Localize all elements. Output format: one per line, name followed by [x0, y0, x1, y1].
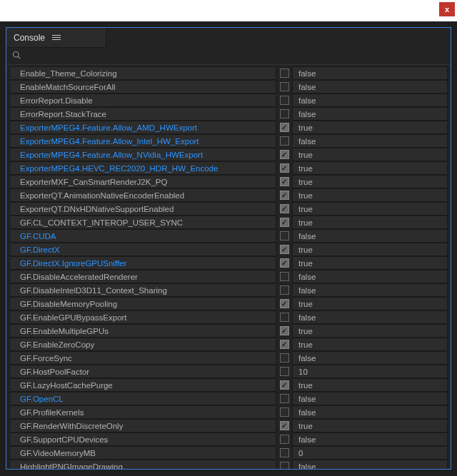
property-value[interactable]: false — [292, 134, 448, 148]
property-name[interactable]: GF.SupportCPUDevices — [9, 432, 276, 446]
property-checkbox[interactable] — [280, 204, 289, 213]
checkbox-cell — [279, 245, 289, 254]
property-name[interactable]: GF.CUDA — [9, 229, 276, 243]
property-name[interactable]: ExporterQT.DNxHDNativeSupportEnabled — [9, 202, 276, 216]
property-value[interactable]: false — [292, 283, 448, 297]
checkbox-cell — [279, 231, 289, 240]
property-checkbox[interactable] — [280, 299, 289, 308]
property-value[interactable]: false — [292, 270, 448, 283]
property-checkbox[interactable] — [280, 136, 289, 146]
property-checkbox[interactable] — [280, 394, 289, 403]
property-name[interactable]: GF.DisableIntelD3D11_Context_Sharing — [9, 283, 276, 297]
property-checkbox[interactable] — [280, 380, 289, 390]
property-checkbox[interactable] — [280, 421, 289, 430]
property-value[interactable]: false — [292, 392, 448, 405]
property-value[interactable]: true — [292, 202, 448, 216]
property-checkbox[interactable] — [280, 218, 289, 227]
property-checkbox[interactable] — [280, 272, 289, 281]
property-name[interactable]: GF.DisableMemoryPooling — [9, 297, 276, 310]
property-value[interactable]: 0 — [292, 446, 448, 460]
property-name[interactable]: GF.EnableZeroCopy — [9, 338, 276, 351]
property-checkbox[interactable] — [280, 109, 289, 118]
property-name[interactable]: GF.RenderWithDiscreteOnly — [9, 419, 276, 432]
property-name[interactable]: GF.DirectX — [9, 243, 276, 256]
property-name[interactable]: ExporterQT.AnimationNativeEncoderEnabled — [9, 188, 276, 202]
property-name[interactable]: ExporterMPEG4.Feature.Allow_Intel_HW_Exp… — [9, 134, 276, 148]
property-name[interactable]: ExporterMPEG4.Feature.Allow_AMD_HWExport — [9, 121, 276, 134]
table-row: GF.OpenCLfalse — [9, 392, 448, 405]
property-name[interactable]: Enable_Theme_Colorizing — [9, 66, 276, 80]
property-value[interactable]: false — [292, 80, 448, 93]
property-name[interactable]: GF.DirectX.IgnoreGPUSniffer — [9, 256, 276, 270]
property-value[interactable]: false — [292, 405, 448, 419]
property-value[interactable]: true — [292, 175, 448, 188]
property-value[interactable]: false — [292, 93, 448, 107]
property-name[interactable]: GF.DisableAcceleratedRenderer — [9, 270, 276, 283]
property-value[interactable]: true — [292, 419, 448, 432]
property-value[interactable]: true — [292, 338, 448, 351]
property-checkbox[interactable] — [280, 462, 289, 469]
property-value[interactable]: true — [292, 216, 448, 229]
property-checkbox[interactable] — [280, 313, 289, 322]
property-checkbox[interactable] — [280, 69, 289, 78]
property-name[interactable]: GF.EnableMultipleGPUs — [9, 324, 276, 338]
property-checkbox[interactable] — [280, 326, 289, 335]
property-checkbox[interactable] — [280, 191, 289, 200]
property-name[interactable]: GF.LazyHostCachePurge — [9, 378, 276, 392]
property-name[interactable]: ExporterMPEG4.HEVC_REC2020_HDR_HW_Encode — [9, 161, 276, 175]
property-value[interactable]: false — [292, 107, 448, 121]
property-value[interactable]: true — [292, 148, 448, 161]
property-name[interactable]: GF.ProfileKernels — [9, 405, 276, 419]
property-name[interactable]: ExporterMXF_CanSmartRenderJ2K_PQ — [9, 175, 276, 188]
property-checkbox[interactable] — [280, 367, 289, 376]
property-value[interactable]: true — [292, 256, 448, 270]
property-value[interactable]: true — [292, 161, 448, 175]
property-checkbox[interactable] — [280, 340, 289, 349]
search-input[interactable] — [25, 51, 445, 61]
property-name[interactable]: EnableMatchSourceForAll — [9, 80, 276, 93]
close-button[interactable]: x — [439, 2, 455, 16]
checkbox-cell — [279, 435, 289, 444]
property-value[interactable]: false — [292, 351, 448, 365]
property-value[interactable]: false — [292, 460, 448, 469]
property-checkbox[interactable] — [280, 245, 289, 254]
property-value[interactable]: false — [292, 229, 448, 243]
menu-icon[interactable] — [52, 35, 61, 40]
property-value[interactable]: false — [292, 310, 448, 324]
table-row: ExporterMXF_CanSmartRenderJ2K_PQtrue — [9, 175, 448, 188]
property-name[interactable]: ErrorReport.Disable — [9, 93, 276, 107]
property-value[interactable]: true — [292, 378, 448, 392]
property-checkbox[interactable] — [280, 407, 289, 417]
property-checkbox[interactable] — [280, 177, 289, 186]
property-name[interactable]: GF.CL_CONTEXT_INTEROP_USER_SYNC — [9, 216, 276, 229]
property-value[interactable]: true — [292, 243, 448, 256]
property-checkbox[interactable] — [280, 435, 289, 444]
property-name[interactable]: ExporterMPEG4.Feature.Allow_NVidia_HWExp… — [9, 148, 276, 161]
property-checkbox[interactable] — [280, 123, 289, 132]
property-checkbox[interactable] — [280, 163, 289, 173]
property-checkbox[interactable] — [280, 258, 289, 268]
property-name[interactable]: GF.ForceSync — [9, 351, 276, 365]
property-name[interactable]: GF.HostPoolFactor — [9, 365, 276, 378]
property-checkbox[interactable] — [280, 96, 289, 105]
property-name[interactable]: GF.OpenCL — [9, 392, 276, 405]
property-checkbox[interactable] — [280, 285, 289, 295]
property-checkbox[interactable] — [280, 448, 289, 457]
property-checkbox[interactable] — [280, 231, 289, 240]
property-name[interactable]: GF.VideoMemoryMB — [9, 446, 276, 460]
property-value[interactable]: true — [292, 121, 448, 134]
property-name[interactable]: ErrorReport.StackTrace — [9, 107, 276, 121]
property-value[interactable]: 10 — [292, 365, 448, 378]
property-value[interactable]: true — [292, 297, 448, 310]
property-name[interactable]: GF.EnableGPUBypassExport — [9, 310, 276, 324]
property-value[interactable]: true — [292, 324, 448, 338]
property-checkbox[interactable] — [280, 353, 289, 363]
property-value[interactable]: false — [292, 432, 448, 446]
property-checkbox[interactable] — [280, 150, 289, 159]
property-name[interactable]: HighlightPNGImageDrawing — [9, 460, 276, 469]
table-row: GF.HostPoolFactor10 — [9, 365, 448, 378]
property-value[interactable]: true — [292, 188, 448, 202]
checkbox-cell — [279, 191, 289, 200]
property-value[interactable]: false — [292, 66, 448, 80]
property-checkbox[interactable] — [280, 82, 289, 91]
